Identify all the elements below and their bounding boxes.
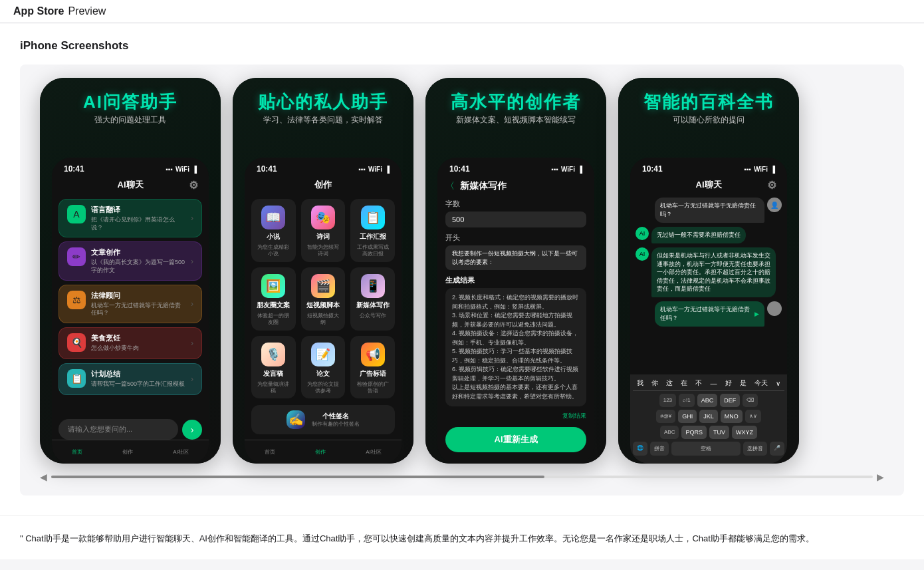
report-icon: 📋 xyxy=(361,206,385,229)
chat-item-plan: 📋 计划总结 请帮我写一篇500字的工作汇报模板 › xyxy=(58,363,202,395)
novel-icon: 📖 xyxy=(261,206,285,229)
creation-video[interactable]: 🎬 短视频脚本 短视频拍摄大纲 xyxy=(301,267,346,331)
nav-home[interactable]: 首页 xyxy=(72,448,82,456)
kb-key-ghi[interactable]: GHI xyxy=(678,410,697,423)
scroll-left-arrow[interactable]: ◀ xyxy=(40,472,47,482)
nav-community[interactable]: AI社区 xyxy=(173,448,189,456)
report-name: 工作汇报 xyxy=(360,232,386,241)
kb-key-symbols[interactable]: #@¥ xyxy=(656,410,675,423)
ai-avatar-1: AI xyxy=(635,227,649,240)
chat-item-cooking: 🍳 美食烹饪 怎么做小炒黄牛肉 › xyxy=(58,327,202,359)
kb-key-delete[interactable]: ⌫ xyxy=(743,394,758,407)
phone-2-status-bar: 10:41 ▪▪▪ WiFi ▐ xyxy=(245,158,402,176)
kb-key-mic[interactable]: 🎤 xyxy=(770,442,784,456)
user-bubble-1: 机动车一方无过错就等于无赔偿责任吗？ xyxy=(655,198,764,223)
kb-key-globe[interactable]: 🌐 xyxy=(633,442,647,456)
cooking-icon: 🍳 xyxy=(67,333,86,352)
phone-4-status-bar: 10:41 ▪▪▪ WiFi ▐ xyxy=(630,158,787,176)
kb-key-tuv[interactable]: TUV xyxy=(709,426,729,439)
kb-key-abc2[interactable]: ABC xyxy=(660,426,679,439)
creation-signature[interactable]: ✍️ 个性签名 制作有趣的个性签名 xyxy=(251,405,395,434)
nav2-create[interactable]: 创作 xyxy=(315,448,326,456)
kb-key-wxyz[interactable]: WXYZ xyxy=(732,426,757,439)
ai-reply-row-1: AI 无过错一般不需要承担赔偿责任 xyxy=(635,227,782,243)
header-title-normal: Preview xyxy=(68,5,106,17)
translate-arrow-icon: › xyxy=(191,214,193,223)
kb-key-jkl[interactable]: JKL xyxy=(699,410,718,423)
form-field2-label: 开头 xyxy=(445,233,586,243)
speech-desc: 为您量辄演讲稿 xyxy=(255,381,292,395)
report-desc: 工作成果写成高效日报 xyxy=(354,244,391,258)
paper-desc: 为您的论文提供参考 xyxy=(305,381,342,395)
nav2-community[interactable]: AI社区 xyxy=(366,448,382,456)
phone-3: 高水平的创作者 新媒体文案、短视频脚本智能续写 10:41 ▪▪▪ WiFi ▐ xyxy=(425,78,606,464)
phone-4-caption: 智能的百科全书 可以随心所欲的提问 xyxy=(618,78,799,134)
phone-2-app-title: 创作 xyxy=(314,179,332,191)
phone-2-subtitle: 学习、法律等各类问题，实时解答 xyxy=(243,114,403,126)
phone-1-input[interactable]: 请输入您想要问的... xyxy=(58,419,178,440)
creation-ad[interactable]: 📢 广告标语 检验原创的广告语 xyxy=(350,336,395,399)
nav2-home[interactable]: 首页 xyxy=(265,448,275,456)
scroll-track[interactable] xyxy=(51,476,873,478)
media-name: 新媒体写作 xyxy=(356,301,390,310)
nav-create[interactable]: 创作 xyxy=(122,448,133,456)
regenerate-button[interactable]: AI重新生成 xyxy=(445,427,586,452)
plan-desc: 请帮我写一篇500字的工作汇报模板 xyxy=(91,380,185,388)
form-field-value[interactable]: 500 xyxy=(445,212,586,227)
legal-arrow-icon: › xyxy=(191,299,193,309)
creation-moments[interactable]: 🖼️ 朋友圈文案 体验超一的朋友圈 xyxy=(251,267,296,331)
scroll-thumb xyxy=(51,476,544,478)
user-avatar-2 xyxy=(767,301,782,316)
form-field2-value[interactable]: 我想要制作一份短视频拍摄大纲，以下是一些可以考虑的要素： xyxy=(445,245,586,270)
chat-item-legal: ⚖ 法律顾问 机动车一方无过错就等于无赔偿责任吗？ › xyxy=(58,285,202,323)
kb-key-def[interactable]: DEF xyxy=(720,394,740,407)
phone-3-form: 〈 新媒体写作 字数 500 开头 我想要制作一份短视频拍摄大纲，以下是一些可以… xyxy=(437,176,594,410)
copy-button[interactable]: 复制结果 xyxy=(437,410,594,422)
writing-arrow-icon: › xyxy=(191,257,193,266)
phone-3-status-icons: ▪▪▪ WiFi ▐ xyxy=(551,166,582,173)
signature-desc: 制作有趣的个性签名 xyxy=(312,421,360,428)
ad-desc: 检验原创的广告语 xyxy=(354,381,391,395)
scroll-right-arrow[interactable]: ▶ xyxy=(877,472,884,482)
kb-key-shift[interactable]: ∧∨ xyxy=(745,410,761,423)
creation-speech[interactable]: 🎙️ 发言稿 为您量辄演讲稿 xyxy=(251,336,296,399)
phone-1-gear-icon: ⚙ xyxy=(189,179,198,192)
creation-media[interactable]: 📱 新媒体写作 公众号写作 xyxy=(350,267,395,331)
kb-key-abc[interactable]: ABC xyxy=(697,394,718,407)
novel-desc: 为您生成精彩小说 xyxy=(255,244,292,258)
plan-icon: 📋 xyxy=(67,369,86,388)
phone-3-subtitle: 新媒体文案、短视频脚本智能续写 xyxy=(436,114,596,126)
kb-key-space[interactable]: 空格 xyxy=(671,442,741,456)
kb-key-mno[interactable]: MNO xyxy=(721,410,743,423)
phone-1-send-button[interactable]: › xyxy=(182,420,202,440)
kb-suggest-3: 这 xyxy=(666,378,673,388)
creation-report[interactable]: 📋 工作汇报 工作成果写成高效日报 xyxy=(350,199,395,262)
chat-item-translate: A 语言翻译 把《请开心见到你》用英语怎么说？ › xyxy=(58,199,202,237)
kb-row-2: #@¥ GHI JKL MNO ∧∨ xyxy=(633,410,784,423)
creation-novel[interactable]: 📖 小说 为您生成精彩小说 xyxy=(251,199,296,262)
user-bubble-2: 机动车一方无过错就等于无赔偿责任吗？ ▶ xyxy=(655,301,764,327)
creation-paper[interactable]: 📝 论文 为您的论文提供参考 xyxy=(301,336,346,399)
kb-row-3: ABC PQRS TUV WXYZ xyxy=(633,426,784,439)
moments-desc: 体验超一的朋友圈 xyxy=(255,313,292,327)
phone-4-app-header: AI聊天 ⚙ xyxy=(630,176,787,195)
user-question2-text: 机动车一方无过错就等于无赔偿责任吗？ xyxy=(660,305,752,323)
form-field-label: 字数 xyxy=(445,199,586,209)
moments-name: 朋友圈文案 xyxy=(257,301,290,310)
form-back-icon[interactable]: 〈 xyxy=(445,180,455,192)
creation-poetry[interactable]: 🎭 诗词 智能为您续写诗词 xyxy=(301,199,346,262)
kb-key-pqrs[interactable]: PQRS xyxy=(681,426,707,439)
kb-suggest-9: 今天 xyxy=(754,378,768,388)
kb-key-search[interactable]: ⌕!1 xyxy=(679,394,695,407)
kb-key-pinyin[interactable]: 拼音 xyxy=(650,442,669,456)
phone-1-bottom-nav: 首页 创作 AI社区 xyxy=(52,440,209,464)
kb-suggest-5: 不 xyxy=(695,378,702,388)
ad-name: 广告标语 xyxy=(360,369,386,378)
main-content: iPhone Screenshots AI问答助手 强大的问题处理工具 10:4… xyxy=(0,23,924,515)
kb-key-123[interactable]: 123 xyxy=(659,394,676,407)
legal-title: 法律顾问 xyxy=(91,291,185,301)
kb-suggest-expand[interactable]: ∨ xyxy=(776,380,780,387)
phone-2-caption: 贴心的私人助手 学习、法律等各类问题，实时解答 xyxy=(233,78,413,134)
user-avatar-1: 👤 xyxy=(767,198,782,212)
kb-key-select-pinyin[interactable]: 选拼音 xyxy=(743,442,767,456)
